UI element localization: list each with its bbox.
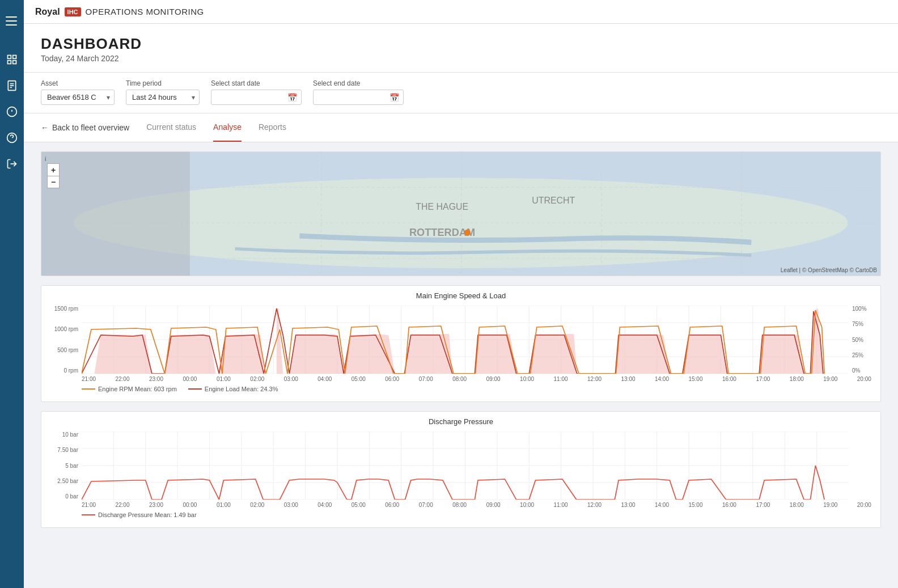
sidebar-item-dashboard[interactable] xyxy=(0,48,24,71)
chart1-x-axis: 21:00 22:00 23:00 00:00 01:00 02:00 03:0… xyxy=(50,376,871,382)
time-period-select[interactable]: Last 24 hours xyxy=(126,90,200,105)
asset-filter-group: Asset Beaver 6518 C xyxy=(41,79,115,105)
chart1-title: Main Engine Speed & Load xyxy=(50,291,871,300)
svg-marker-65 xyxy=(529,334,577,374)
back-label: Back to fleet overview xyxy=(52,123,129,132)
content-area: DASHBOARD Today, 24 March 2022 Asset Bea… xyxy=(24,24,898,588)
tab-reports[interactable]: Reports xyxy=(259,113,286,142)
chart1-y-axis-left: 1500 rpm 1000 rpm 500 rpm 0 rpm xyxy=(50,306,82,374)
chart1-y-axis-right: 100% 75% 50% 25% 0% xyxy=(849,306,871,374)
chart2-legend: Discharge Pressure Mean: 1.49 bar xyxy=(50,511,871,518)
chart2-body xyxy=(82,432,849,500)
end-date-label: Select end date xyxy=(313,79,404,87)
svg-marker-59 xyxy=(219,334,264,374)
svg-marker-63 xyxy=(404,334,452,374)
time-period-filter-group: Time period Last 24 hours xyxy=(126,79,200,105)
sidebar-item-help[interactable] xyxy=(0,126,24,150)
map-attribution: Leaflet | © OpenStreetMap © CartoDB xyxy=(781,267,877,273)
legend-discharge-line xyxy=(82,514,95,515)
svg-rect-3 xyxy=(13,61,16,64)
svg-marker-68 xyxy=(759,334,804,374)
chart2-title: Discharge Pressure xyxy=(50,417,871,426)
map-section: i + − THE HAGUE UTRECHT ROTTERDAM xyxy=(41,151,881,276)
sidebar-nav xyxy=(0,48,24,178)
legend-rpm-line xyxy=(82,388,95,390)
charts-container: i + − THE HAGUE UTRECHT ROTTERDAM xyxy=(24,142,898,537)
end-date-input[interactable] xyxy=(313,90,404,105)
map-info-icon: i xyxy=(45,155,46,162)
asset-select-wrapper: Beaver 6518 C xyxy=(41,90,115,105)
svg-rect-2 xyxy=(8,61,11,64)
svg-rect-1 xyxy=(13,56,16,59)
svg-point-19 xyxy=(464,230,471,236)
svg-rect-0 xyxy=(8,56,11,59)
svg-rect-28 xyxy=(41,152,190,276)
tab-analyse[interactable]: Analyse xyxy=(213,113,242,142)
chart2-x-axis: 21:00 22:00 23:00 00:00 01:00 02:00 03:0… xyxy=(50,502,871,508)
chart2-svg xyxy=(82,432,849,500)
chart1-legend: Engine RPM Mean: 603 rpm Engine Load Mea… xyxy=(50,386,871,392)
svg-marker-62 xyxy=(344,334,395,374)
legend-load-line xyxy=(188,388,202,390)
asset-select[interactable]: Beaver 6518 C xyxy=(41,90,115,105)
start-date-filter-group: Select start date 📅 xyxy=(211,79,302,105)
svg-text:THE HAGUE: THE HAGUE xyxy=(416,202,468,211)
chart2-y-axis-left: 10 bar 7.50 bar 5 bar 2.50 bar 0 bar xyxy=(50,432,82,500)
chart1-body xyxy=(82,306,849,374)
app-name: OPERATIONS MONITORING xyxy=(86,7,204,16)
brand-name: Royal xyxy=(35,7,60,17)
start-date-label: Select start date xyxy=(211,79,302,87)
chart-discharge-pressure: Discharge Pressure 10 bar 7.50 bar 5 bar… xyxy=(41,411,881,528)
sidebar-item-info[interactable] xyxy=(0,100,24,124)
logo: Royal IHC OPERATIONS MONITORING xyxy=(35,7,204,17)
sidebar-item-reports[interactable] xyxy=(0,74,24,98)
sidebar xyxy=(0,0,24,588)
main-content: Royal IHC OPERATIONS MONITORING DASHBOAR… xyxy=(24,0,898,588)
map-controls: + − xyxy=(47,163,60,188)
hamburger-menu[interactable] xyxy=(0,0,24,42)
back-to-fleet-link[interactable]: ← Back to fleet overview xyxy=(41,114,129,141)
start-date-wrapper: 📅 xyxy=(211,90,302,105)
chart-engine-speed: Main Engine Speed & Load 1500 rpm 1000 r… xyxy=(41,285,881,402)
map-zoom-out[interactable]: − xyxy=(47,176,60,188)
svg-marker-61 xyxy=(289,334,344,374)
legend-load-label: Engine Load Mean: 24.3% xyxy=(205,386,278,392)
map-svg: THE HAGUE UTRECHT ROTTERDAM xyxy=(41,152,880,276)
svg-text:UTRECHT: UTRECHT xyxy=(532,196,575,205)
svg-marker-67 xyxy=(683,334,727,374)
hamburger-icon xyxy=(6,15,18,27)
sidebar-item-logout[interactable] xyxy=(0,152,24,176)
tab-current-status[interactable]: Current status xyxy=(146,113,196,142)
asset-label: Asset xyxy=(41,79,115,87)
end-date-wrapper: 📅 xyxy=(313,90,404,105)
tab-bar: ← Back to fleet overview Current status … xyxy=(24,113,898,142)
time-period-label: Time period xyxy=(126,79,200,87)
start-date-input[interactable] xyxy=(211,90,302,105)
filter-bar: Asset Beaver 6518 C Time period Last 24 … xyxy=(24,73,898,113)
dashboard-header: DASHBOARD Today, 24 March 2022 xyxy=(24,24,898,73)
legend-discharge-label: Discharge Pressure Mean: 1.49 bar xyxy=(98,511,197,518)
legend-engine-rpm: Engine RPM Mean: 603 rpm xyxy=(82,386,177,392)
time-period-select-wrapper: Last 24 hours xyxy=(126,90,200,105)
topbar: Royal IHC OPERATIONS MONITORING xyxy=(24,0,898,24)
legend-rpm-label: Engine RPM Mean: 603 rpm xyxy=(98,386,177,392)
legend-engine-load: Engine Load Mean: 24.3% xyxy=(188,386,278,392)
map-zoom-in[interactable]: + xyxy=(47,163,60,176)
ihc-badge: IHC xyxy=(65,7,81,16)
back-arrow-icon: ← xyxy=(41,123,49,132)
chart1-svg xyxy=(82,306,849,374)
page-title: DASHBOARD xyxy=(41,35,881,53)
legend-discharge-pressure: Discharge Pressure Mean: 1.49 bar xyxy=(82,511,197,518)
dashboard-date: Today, 24 March 2022 xyxy=(41,54,881,63)
end-date-filter-group: Select end date 📅 xyxy=(313,79,404,105)
